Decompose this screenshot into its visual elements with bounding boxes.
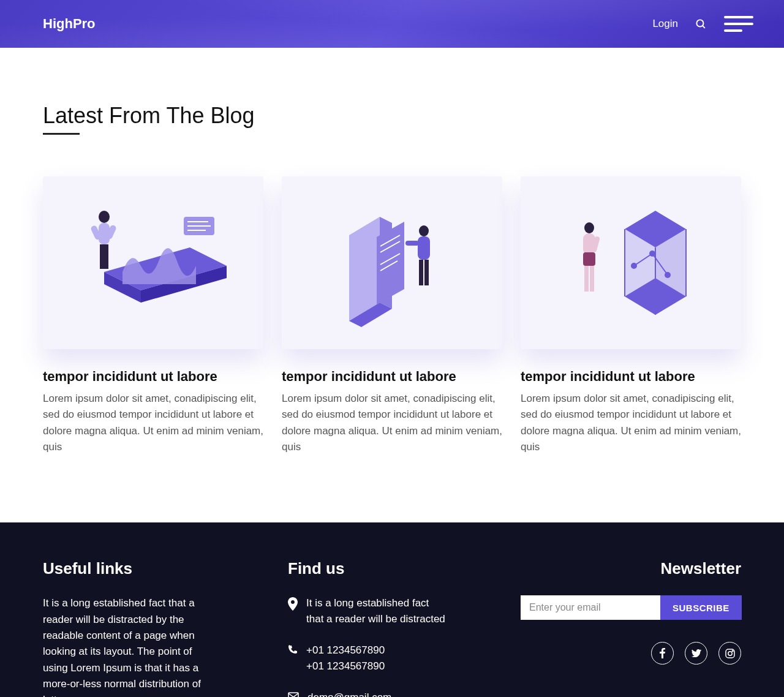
footer-find-us: Find us It is a long established fact th…	[288, 559, 447, 697]
phone-number[interactable]: +01 1234567890	[306, 658, 385, 674]
blog-card-title[interactable]: tempor incididunt ut labore	[521, 369, 741, 385]
svg-rect-42	[583, 252, 595, 266]
search-icon	[695, 18, 707, 30]
svg-rect-7	[100, 244, 104, 269]
blog-card-text: Lorem ipsum dolor sit amet, conadipiscin…	[43, 391, 263, 455]
blog-card-text: Lorem ipsum dolor sit amet, conadipiscin…	[521, 391, 741, 455]
social-links	[651, 642, 741, 665]
blog-card: tempor incididunt ut labore Lorem ipsum …	[521, 176, 741, 455]
phone-item: +01 1234567890 +01 1234567890	[288, 642, 447, 674]
footer-col-title: Find us	[288, 559, 447, 578]
svg-rect-24	[418, 236, 430, 260]
svg-point-49	[732, 650, 733, 652]
phone-icon	[288, 644, 298, 657]
blog-card: tempor incididunt ut labore Lorem ipsum …	[282, 176, 502, 455]
footer-useful-links: Useful links It is a long established fa…	[43, 559, 202, 697]
facebook-icon	[660, 648, 665, 658]
menu-bar-icon	[724, 29, 742, 32]
svg-point-5	[99, 211, 110, 223]
login-link[interactable]: Login	[652, 18, 678, 30]
blog-image[interactable]	[43, 176, 263, 349]
svg-rect-26	[424, 260, 429, 285]
menu-bar-icon	[724, 23, 753, 25]
section-heading: Latest From The Blog	[43, 103, 255, 129]
twitter-link[interactable]	[685, 642, 707, 665]
blog-image[interactable]	[282, 176, 502, 349]
address-item: It is a long established fact that a rea…	[288, 595, 447, 627]
header: HighPro Login	[0, 0, 784, 48]
footer-grid: Useful links It is a long established fa…	[43, 559, 741, 697]
footer: Useful links It is a long established fa…	[0, 522, 784, 697]
blog-card-title[interactable]: tempor incididunt ut labore	[282, 369, 502, 385]
email-item: demo@gmail.com	[288, 690, 447, 697]
search-button[interactable]	[695, 18, 707, 30]
svg-rect-43	[584, 266, 589, 292]
svg-rect-44	[590, 266, 594, 292]
blog-card-text: Lorem ipsum dolor sit amet, conadipiscin…	[282, 391, 502, 455]
svg-point-40	[584, 222, 594, 233]
instagram-icon	[725, 649, 735, 658]
footer-col-title: Newsletter	[661, 559, 742, 578]
instagram-link[interactable]	[718, 642, 741, 665]
footer-useful-text: It is a long established fact that a rea…	[43, 595, 202, 697]
illustration-phone-icon	[300, 192, 484, 333]
menu-button[interactable]	[724, 16, 753, 32]
address-text: It is a long established fact that a rea…	[306, 595, 447, 627]
facebook-link[interactable]	[651, 642, 674, 665]
phone-numbers: +01 1234567890 +01 1234567890	[306, 642, 385, 674]
email-text[interactable]: demo@gmail.com	[307, 690, 391, 697]
svg-point-23	[419, 225, 429, 236]
illustration-box-icon	[539, 192, 723, 333]
footer-col-title: Useful links	[43, 559, 202, 578]
footer-newsletter: Newsletter SUBSCRIBE	[521, 559, 741, 697]
blog-card: tempor incididunt ut labore Lorem ipsum …	[43, 176, 263, 455]
svg-point-0	[696, 20, 703, 26]
blog-image[interactable]	[521, 176, 741, 349]
brand-logo[interactable]: HighPro	[43, 16, 96, 32]
twitter-icon	[692, 649, 701, 657]
svg-rect-8	[104, 244, 108, 269]
blog-section: Latest From The Blog	[0, 48, 784, 522]
newsletter-form: SUBSCRIBE	[521, 595, 741, 620]
svg-rect-25	[419, 260, 423, 285]
email-icon	[288, 691, 299, 697]
svg-point-48	[728, 652, 731, 655]
blog-grid: tempor incididunt ut labore Lorem ipsum …	[43, 176, 741, 455]
svg-line-1	[703, 25, 705, 28]
svg-rect-27	[405, 241, 419, 246]
menu-bar-icon	[724, 16, 753, 18]
phone-number[interactable]: +01 1234567890	[306, 642, 385, 658]
illustration-chart-icon	[61, 192, 245, 333]
header-right: Login	[652, 16, 753, 32]
blog-card-title[interactable]: tempor incididunt ut labore	[43, 369, 263, 385]
subscribe-button[interactable]: SUBSCRIBE	[660, 595, 742, 620]
newsletter-email-input[interactable]	[521, 595, 660, 620]
location-icon	[288, 597, 298, 613]
